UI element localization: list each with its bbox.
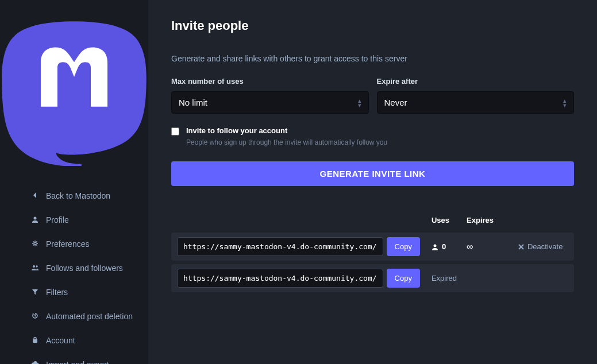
cloud-icon <box>31 360 39 364</box>
col-uses: Uses <box>426 211 461 233</box>
invites-table: Uses Expires https://sammy-mastodon-v4.d… <box>171 211 574 292</box>
sidebar-item-account[interactable]: Account <box>23 328 148 353</box>
invite-follow-hint: People who sign up through the invite wi… <box>186 138 387 146</box>
expires-value: ∞ <box>467 242 473 251</box>
sidebar-item-preferences[interactable]: Preferences <box>23 232 148 256</box>
max-uses-value: No limit <box>179 98 207 107</box>
page-title: Invite people <box>171 18 574 33</box>
sidebar-item-label: Automated post deletion <box>46 312 133 321</box>
chevron-left-icon <box>31 191 39 200</box>
invite-follow-checkbox[interactable] <box>171 127 179 135</box>
page-subtitle: Generate and share links with others to … <box>171 54 574 63</box>
expire-label: Expire after <box>377 77 575 86</box>
invite-follow-label: Invite to follow your account <box>186 126 387 135</box>
sidebar-item-label: Account <box>46 336 75 345</box>
sidebar-item-label: Filters <box>46 288 68 297</box>
user-icon <box>31 215 39 224</box>
expired-label: Expired <box>426 264 574 292</box>
sidebar-item-label: Back to Mastodon <box>46 191 110 200</box>
expire-value: Never <box>384 98 407 107</box>
chevron-updown-icon: ▴▾ <box>563 98 567 107</box>
invite-row: https://sammy-mastodon-v4.do-community.c… <box>171 233 574 261</box>
gear-icon <box>31 239 39 249</box>
invite-url[interactable]: https://sammy-mastodon-v4.do-community.c… <box>177 269 383 288</box>
sidebar-item-profile[interactable]: Profile <box>23 208 148 232</box>
svg-rect-4 <box>33 339 37 343</box>
svg-point-3 <box>36 265 37 267</box>
sidebar-item-follows-and-followers[interactable]: Follows and followers <box>23 256 148 280</box>
sidebar-item-automated-post-deletion[interactable]: Automated post deletion <box>23 304 148 328</box>
sidebar-item-label: Preferences <box>46 239 89 249</box>
history-icon <box>31 312 39 321</box>
svg-point-6 <box>433 244 436 247</box>
svg-point-0 <box>34 216 37 219</box>
sidebar-item-label: Import and export <box>46 360 109 364</box>
sidebar-item-back-to-mastodon[interactable]: Back to Mastodon <box>23 184 148 208</box>
invite-row: https://sammy-mastodon-v4.do-community.c… <box>171 264 574 292</box>
sidebar-item-import-and-export[interactable]: Import and export <box>23 353 148 364</box>
col-expires: Expires <box>461 211 507 233</box>
lock-icon <box>31 336 39 345</box>
filter-icon <box>31 288 39 297</box>
max-uses-select[interactable]: No limit ▴▾ <box>171 91 369 114</box>
sidebar-item-label: Profile <box>46 215 69 224</box>
mastodon-logo <box>0 10 148 168</box>
svg-point-2 <box>33 265 35 268</box>
generate-invite-button[interactable]: Generate invite link <box>171 161 574 186</box>
invite-url[interactable]: https://sammy-mastodon-v4.do-community.c… <box>177 237 383 256</box>
copy-button[interactable]: Copy <box>387 269 420 288</box>
sidebar-item-label: Follows and followers <box>46 264 123 273</box>
copy-button[interactable]: Copy <box>387 237 420 256</box>
expire-select[interactable]: Never ▴▾ <box>377 91 575 114</box>
deactivate-button[interactable]: Deactivate <box>513 242 568 251</box>
max-uses-label: Max number of uses <box>171 77 369 86</box>
sidebar-item-filters[interactable]: Filters <box>23 280 148 304</box>
svg-point-1 <box>34 242 36 245</box>
uses-count: 0 <box>432 242 455 251</box>
users-icon <box>31 264 39 273</box>
chevron-updown-icon: ▴▾ <box>358 98 361 107</box>
